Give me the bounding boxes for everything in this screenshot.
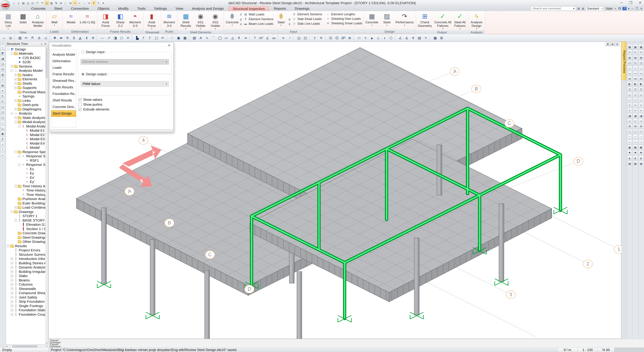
hscroll-thumb[interactable] (12, 345, 38, 348)
tool-icon[interactable]: ◔ (628, 134, 632, 139)
tool-icon[interactable]: ▤ (639, 55, 643, 60)
tool-icon[interactable]: ⊞ (639, 124, 643, 128)
tool-icon[interactable]: ◪ (628, 113, 632, 118)
tool-icon[interactable]: ▭ (639, 71, 643, 76)
ribbon-button-story[interactable]: ▦Story List▾ (1, 12, 16, 30)
tool-icon[interactable]: ◨ (112, 35, 118, 41)
tool-icon[interactable]: ≡ (639, 108, 643, 113)
expander-icon[interactable]: + (11, 270, 13, 273)
dialog-nav-shell-results[interactable]: Shell Results (51, 97, 76, 104)
tool-icon[interactable]: ⌐ (0, 46, 5, 50)
tree-item-diaphragms[interactable]: +Diaphragms (6, 107, 45, 111)
tool-icon[interactable]: ✏ (639, 50, 643, 54)
search-dropdown-icon[interactable]: ▾ (572, 7, 575, 10)
tab-drawings[interactable]: Drawings (290, 6, 314, 11)
tool-icon[interactable]: ⬭ (356, 35, 362, 41)
tree-item-supports[interactable]: +Supports (6, 86, 45, 90)
tool-icon[interactable]: ▤ (628, 55, 632, 60)
tree-item-time-history-fu[interactable]: ≈Time History Fu (6, 188, 45, 193)
tool-icon[interactable]: ◳ (0, 110, 5, 114)
quick-access-icon[interactable]: → (82, 1, 86, 5)
tree-item-analysis-model[interactable]: −⌂Analysis Model (6, 68, 45, 73)
tool-icon[interactable]: ⋈ (628, 76, 632, 81)
tool-icon[interactable]: ⋈ (639, 76, 643, 81)
tree-item-base-story[interactable]: −BASE STORY (6, 218, 45, 222)
ribbon-item-sheeting-own-loads[interactable]: ≈Sheeting Own Loads (322, 17, 362, 21)
tool-icon[interactable]: ▦ (432, 35, 438, 41)
scroll-left-icon[interactable]: ◄ (6, 345, 8, 348)
tool-icon[interactable]: ⌂ (639, 66, 643, 70)
pin-icon[interactable]: ⊥ (40, 42, 44, 46)
quick-access-icon[interactable]: ◰ (30, 1, 35, 5)
tool-icon[interactable]: ⊞ (438, 35, 444, 41)
design-input-radio[interactable] (81, 50, 84, 54)
dialog-nav-steel-design[interactable]: Steel Design (51, 110, 76, 117)
tool-icon[interactable]: ⊞ (633, 124, 638, 128)
tree-item-modal-e2[interactable]: ξModal E2 (6, 133, 45, 137)
dialog-nav-analysis-model[interactable]: Analysis Model (51, 51, 76, 58)
mdi-minimize-icon[interactable]: ─ (631, 7, 634, 10)
tool-icon[interactable]: ▭ (223, 35, 229, 41)
tool-icon[interactable]: ▤ (633, 55, 638, 60)
expander-icon[interactable]: + (11, 266, 13, 269)
tool-icon[interactable]: ▧ (191, 35, 198, 41)
tool-icon[interactable]: ⌸ (639, 103, 643, 107)
tool-icon[interactable]: ? (0, 78, 5, 82)
tool-icon[interactable]: 3P (340, 35, 346, 41)
expander-icon[interactable]: + (14, 206, 17, 209)
tool-icon[interactable]: ◖ (382, 35, 388, 41)
tool-icon[interactable]: ⌕ (1, 35, 7, 41)
tree-item-strip-foundation[interactable]: +Strip Foundation (6, 300, 45, 304)
tool-icon[interactable]: ▲ (369, 35, 375, 41)
tree-item-ey[interactable]: ≈Ey (6, 171, 45, 176)
expander-icon[interactable]: + (11, 309, 13, 312)
tab-connection[interactable]: Connection (66, 6, 93, 11)
tool-icon[interactable]: ⊥ (375, 35, 381, 41)
dialog-nav-concrete-desi-[interactable]: Concrete Desi... (51, 104, 76, 110)
expander-icon[interactable]: + (14, 78, 17, 80)
tool-icon[interactable]: ◫ (639, 60, 643, 65)
quick-access-icon[interactable]: ∟ (64, 1, 68, 5)
tool-icon[interactable]: ▱ (633, 119, 638, 123)
quick-access-icon[interactable]: ⇕ (92, 1, 96, 5)
tree-item-response-spectru[interactable]: −Response Spectru (6, 150, 45, 154)
tool-icon[interactable]: ⌿ (0, 142, 5, 146)
ribbon-button-moment[interactable]: ◓Moment 3-3 (128, 12, 142, 30)
tree-item-springs[interactable]: ∞Springs (6, 94, 45, 98)
status-units[interactable]: tf / m (558, 348, 578, 352)
ribbon-button-modal[interactable]: ≈Modal (64, 12, 78, 30)
expander-icon[interactable]: − (11, 70, 13, 72)
tool-icon[interactable]: ▣ (633, 145, 638, 150)
tool-icon[interactable]: △ (633, 92, 638, 97)
tree-item-modal-analysis[interactable]: −Modal Analysis (6, 120, 45, 124)
tool-icon[interactable]: ◔ (286, 35, 293, 41)
expander-icon[interactable]: − (14, 121, 17, 123)
tree-item-elevation-g1-[interactable]: Elevation G1 / ( (6, 222, 45, 227)
tool-icon[interactable]: ◧ (639, 82, 643, 86)
tab-modify[interactable]: Modify (114, 6, 133, 11)
expander-icon[interactable]: + (11, 275, 13, 277)
ribbon-button-shell[interactable]: ▦Shell Results▾ (178, 12, 193, 30)
tab-objects[interactable]: Objects (93, 6, 114, 11)
tool-icon[interactable]: ◫ (0, 62, 5, 66)
tool-icon[interactable]: ∢ (410, 35, 416, 41)
ribbon-item-slab-live-loads[interactable]: q▱Slab Live Loads (289, 22, 322, 26)
tree-item-c25-b420c[interactable]: ■C25 B420C (6, 56, 45, 60)
tool-icon[interactable]: ✥ (52, 35, 58, 41)
checkbox-show-purlins[interactable]: Show purlins (78, 103, 102, 106)
expander-icon[interactable]: + (14, 74, 17, 76)
quick-access-icon[interactable]: ϟ (96, 1, 100, 5)
help-icon[interactable]: ? (622, 7, 626, 10)
scroll-right-icon[interactable]: ► (46, 345, 48, 348)
tool-icon[interactable]: Ⓩ (334, 35, 340, 41)
expander-icon[interactable]: + (11, 283, 13, 286)
tool-icon[interactable]: △ (639, 92, 643, 97)
ribbon-item-slab-dead-loads[interactable]: g▱Slab Dead Loads (289, 17, 322, 21)
tool-icon[interactable]: ⇱ (30, 35, 36, 41)
tree-item-steel-drawings[interactable]: Steel Drawings (6, 235, 45, 240)
tree-item-s235[interactable]: ■S235 (6, 60, 45, 64)
layers-alt-icon[interactable]: ≣ (581, 7, 585, 10)
scroll-thumb[interactable] (46, 50, 48, 78)
tool-icon[interactable]: A (198, 35, 204, 41)
ribbon-button-shear[interactable]: ◧Shear 2-2 (113, 12, 128, 30)
